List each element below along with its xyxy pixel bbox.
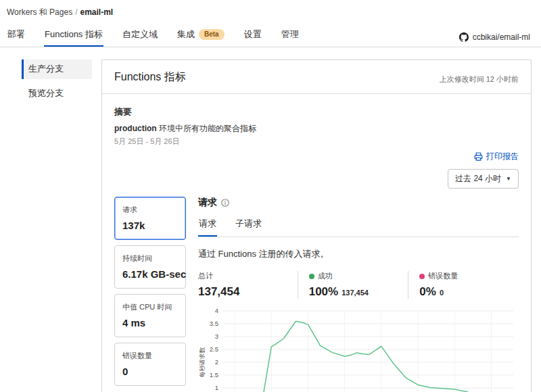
error-dot-icon (419, 274, 425, 279)
metric-cards-column: 请求 137k 持续时间 6.17k GB-sec 中值 CPU 时间 4 ms… (114, 197, 186, 391)
requests-line-chart: 00.511.522.533.5409:0012:0015:0018:0021:… (198, 305, 519, 392)
svg-text:3.5: 3.5 (210, 320, 218, 327)
tab-custom-domains[interactable]: 自定义域 (122, 24, 158, 47)
sidebar-item-production-branch[interactable]: 生产分支 (22, 59, 92, 79)
tab-functions-metrics[interactable]: Functions 指标 (44, 24, 103, 47)
requests-subtabs: 请求 子请求 (198, 215, 519, 237)
subtab-requests[interactable]: 请求 (198, 215, 217, 237)
metric-card-errors[interactable]: 错误数量 0 (114, 343, 186, 386)
metric-card-requests[interactable]: 请求 137k (114, 197, 186, 240)
success-dot-icon (309, 274, 314, 279)
stat-total: 总计 137,454 (198, 271, 298, 299)
info-icon[interactable] (221, 199, 229, 207)
beta-badge: Beta (199, 29, 225, 40)
main-nav: 部署 Functions 指标 自定义域 集成Beta 设置 管理 ccbika… (0, 24, 541, 47)
breadcrumb-current: email-ml (80, 7, 114, 17)
github-icon (459, 32, 469, 42)
breadcrumb-root[interactable]: Workers 和 Pages (7, 7, 72, 17)
tab-integrations[interactable]: 集成Beta (177, 24, 225, 47)
requests-panel: 请求 请求 子请求 通过 Functions 注册的传入请求。 总计 13 (198, 197, 519, 392)
chart-canvas[interactable]: 00.511.522.533.5409:0012:0015:0018:0021:… (198, 305, 517, 392)
metrics-card-body: 摘要 production 环境中所有功能的聚合指标 5月 25日 - 5月 2… (102, 94, 531, 392)
summary-heading: 摘要 (114, 106, 519, 118)
svg-text:2.5: 2.5 (210, 345, 218, 353)
metrics-card: Functions 指标 上次修改时间 12 小时前 摘要 production… (101, 59, 532, 392)
requests-description: 通过 Functions 注册的传入请求。 (198, 248, 519, 260)
svg-text:1: 1 (215, 384, 218, 391)
svg-text:1.5: 1.5 (210, 371, 218, 378)
page-title: Functions 指标 (114, 70, 186, 84)
branch-sidebar: 生产分支 预览分支 (22, 59, 92, 108)
svg-text:2: 2 (215, 358, 218, 366)
metric-card-duration[interactable]: 持续时间 6.17k GB-sec (114, 245, 186, 289)
sidebar-item-preview-branch[interactable]: 预览分支 (22, 84, 92, 103)
stats-row: 总计 137,454 成功 100% 137,454 (198, 271, 519, 299)
environment-name: production (114, 124, 157, 133)
printer-icon (474, 152, 483, 161)
tab-manage[interactable]: 管理 (281, 24, 300, 47)
print-report-link[interactable]: 打印报告 (474, 151, 519, 162)
metrics-card-header: Functions 指标 上次修改时间 12 小时前 (102, 60, 531, 94)
top-bar: Workers 和 Pages/email-ml (0, 0, 541, 18)
stat-errors: 错误数量 0% 0 (408, 271, 519, 299)
date-range-text: 5月 25日 - 5月 26日 (114, 137, 519, 147)
subtab-subrequests[interactable]: 子请求 (235, 215, 262, 237)
last-modified-text: 上次修改时间 12 小时前 (440, 74, 519, 84)
summary-description: production 环境中所有功能的聚合指标 (114, 123, 519, 134)
tab-settings[interactable]: 设置 (243, 24, 262, 47)
github-repo-link[interactable]: ccbikai/email-ml (459, 32, 530, 47)
time-range-dropdown[interactable]: 过去 24 小时 ▼ (448, 169, 519, 189)
svg-text:4: 4 (215, 307, 218, 314)
metric-card-median-cpu[interactable]: 中值 CPU 时间 4 ms (114, 294, 186, 337)
svg-text:3: 3 (215, 333, 218, 340)
breadcrumb: Workers 和 Pages/email-ml (7, 7, 530, 18)
breadcrumb-separator: / (75, 7, 77, 17)
stat-success: 成功 100% 137,454 (298, 271, 408, 299)
page-content: 生产分支 预览分支 Functions 指标 上次修改时间 12 小时前 摘要 … (0, 47, 541, 392)
chevron-down-icon: ▼ (506, 176, 511, 182)
svg-text:每秒请求数: 每秒请求数 (199, 347, 206, 378)
requests-panel-title: 请求 (198, 197, 217, 209)
repo-name: ccbikai/email-ml (473, 32, 530, 42)
tab-deployments[interactable]: 部署 (7, 24, 26, 47)
